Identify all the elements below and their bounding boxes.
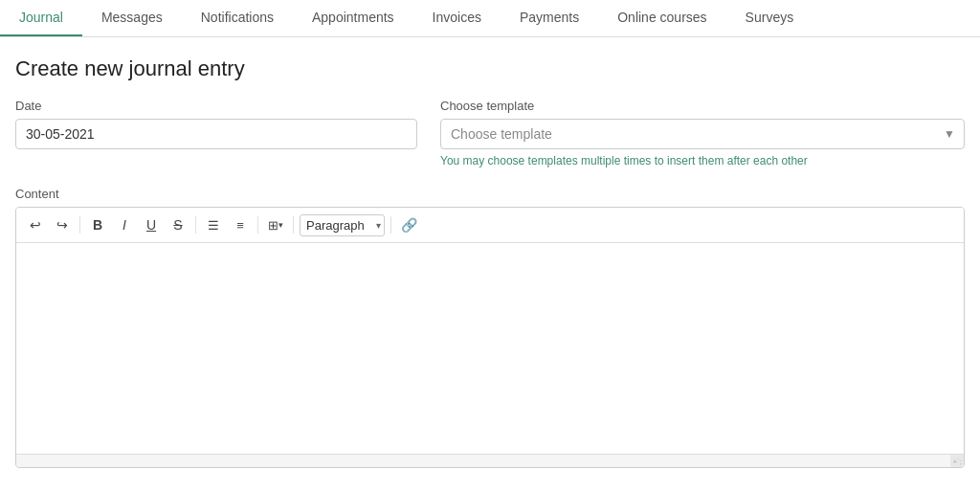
redo-icon: ↪ bbox=[56, 217, 68, 233]
editor-toolbar: ↩ ↪ B I U bbox=[16, 208, 964, 243]
template-field-col: Choose template Choose template ▼ You ma… bbox=[440, 99, 965, 167]
editor-body[interactable] bbox=[16, 243, 964, 454]
unordered-list-icon: ≡ bbox=[236, 218, 244, 233]
editor-wrapper: ↩ ↪ B I U bbox=[15, 207, 965, 468]
template-select[interactable]: Choose template bbox=[440, 119, 965, 149]
ordered-list-icon: ☰ bbox=[208, 218, 219, 233]
toolbar-divider-4 bbox=[293, 216, 294, 234]
hscroll-track bbox=[16, 458, 950, 465]
tab-messages[interactable]: Messages bbox=[82, 0, 182, 36]
content-label: Content bbox=[15, 187, 965, 201]
italic-icon: I bbox=[122, 217, 126, 233]
link-icon: 🔗 bbox=[401, 217, 417, 233]
underline-button[interactable]: U bbox=[140, 213, 163, 236]
toolbar-divider-2 bbox=[195, 216, 196, 234]
table-chevron-icon: ▾ bbox=[278, 220, 283, 230]
nav-tabs: Journal Messages Notifications Appointme… bbox=[0, 0, 980, 37]
template-hint: You may choose templates multiple times … bbox=[440, 154, 965, 167]
ordered-list-button[interactable]: ☰ bbox=[202, 213, 225, 236]
tab-appointments[interactable]: Appointments bbox=[293, 0, 413, 36]
bold-icon: B bbox=[93, 217, 102, 233]
undo-icon: ↩ bbox=[30, 217, 41, 233]
underline-icon: U bbox=[146, 217, 156, 233]
paragraph-select-wrapper: Paragraph ▾ bbox=[300, 214, 385, 236]
link-button[interactable]: 🔗 bbox=[397, 213, 420, 236]
footer: ✕ Close 💾 Save bbox=[0, 487, 980, 491]
table-icon: ⊞ bbox=[268, 218, 278, 233]
tab-invoices[interactable]: Invoices bbox=[413, 0, 501, 36]
editor-resize-handle[interactable]: +˙; bbox=[950, 455, 964, 468]
tab-payments[interactable]: Payments bbox=[501, 0, 598, 36]
tab-journal[interactable]: Journal bbox=[0, 0, 82, 36]
strikethrough-button[interactable]: S bbox=[167, 213, 189, 236]
page-title: Create new journal entry bbox=[15, 56, 965, 81]
template-hint-link: insert them after each other bbox=[667, 154, 808, 167]
tab-notifications[interactable]: Notifications bbox=[182, 0, 293, 36]
template-select-wrapper: Choose template ▼ bbox=[440, 119, 965, 149]
editor-scroll-area[interactable] bbox=[16, 243, 964, 454]
redo-button[interactable]: ↪ bbox=[51, 213, 74, 236]
paragraph-select[interactable]: Paragraph bbox=[300, 214, 385, 236]
template-label: Choose template bbox=[440, 99, 965, 113]
italic-button[interactable]: I bbox=[113, 213, 136, 236]
toolbar-divider-5 bbox=[390, 216, 391, 234]
toolbar-divider-1 bbox=[79, 216, 80, 234]
tab-online-courses[interactable]: Online courses bbox=[598, 0, 725, 36]
tab-surveys[interactable]: Surveys bbox=[726, 0, 813, 36]
undo-button[interactable]: ↩ bbox=[24, 213, 47, 236]
editor-horizontal-scroll[interactable]: +˙; bbox=[16, 454, 964, 467]
table-button[interactable]: ⊞ ▾ bbox=[264, 213, 287, 236]
bold-button[interactable]: B bbox=[86, 213, 109, 236]
form-top-row: Date Choose template Choose template ▼ Y… bbox=[15, 99, 965, 167]
date-input[interactable] bbox=[15, 119, 417, 149]
unordered-list-button[interactable]: ≡ bbox=[229, 213, 252, 236]
date-label: Date bbox=[15, 99, 417, 113]
strikethrough-icon: S bbox=[173, 217, 182, 233]
main-content: Create new journal entry Date Choose tem… bbox=[0, 37, 980, 487]
toolbar-divider-3 bbox=[257, 216, 258, 234]
content-section: Content ↩ ↪ B I bbox=[15, 187, 965, 468]
date-field-col: Date bbox=[15, 99, 417, 149]
resize-icon: +˙; bbox=[952, 458, 962, 466]
